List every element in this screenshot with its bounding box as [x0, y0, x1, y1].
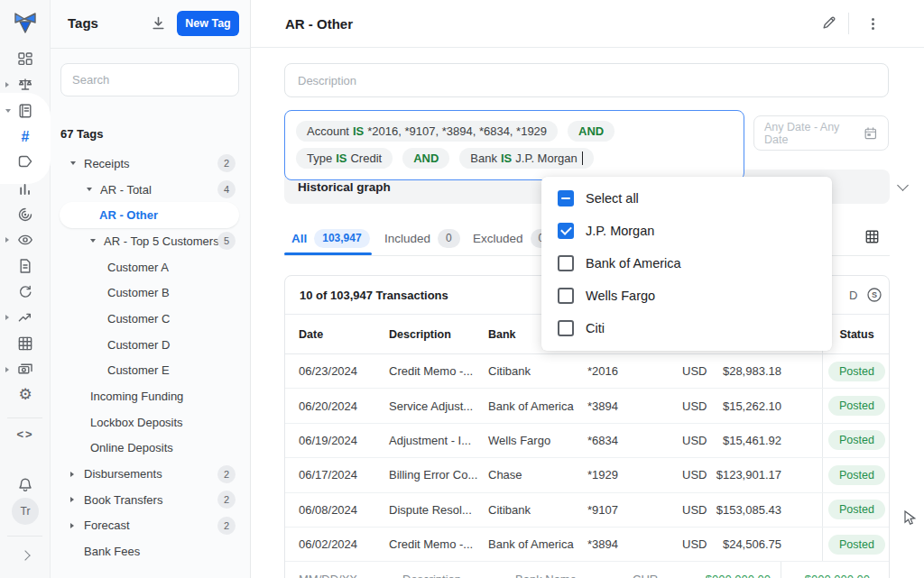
tag-label: Lockbox Deposits [90, 416, 183, 429]
filter-connector-and[interactable]: AND [402, 148, 449, 169]
tag-label: Bank Fees [84, 545, 140, 558]
tag-label: AR - Other [99, 208, 158, 222]
tag-tree-item-customer-e[interactable]: Customer E [51, 358, 250, 384]
sidebar-icon-visibility[interactable] [0, 232, 51, 248]
sidebar-icon-tag-manager[interactable] [0, 155, 51, 171]
tree-chevron-icon[interactable] [70, 472, 74, 477]
checkbox-icon[interactable] [558, 320, 574, 336]
status-badge: Posted [828, 535, 885, 555]
sidebar-icon-analytics[interactable] [0, 181, 51, 197]
bank-multiselect-dropdown: Select all J.P. Morgan Bank of America W… [541, 177, 832, 351]
tag-tree-item-incoming-funding[interactable]: Incoming Funding [51, 383, 250, 409]
tag-tree-item-ar-other[interactable]: AR - Other [51, 202, 250, 228]
sidebar-icon-ledger[interactable] [0, 103, 51, 119]
checkbox-checked-icon[interactable] [558, 223, 574, 239]
tag-tree-item-ar-total[interactable]: AR - Total 4 [51, 177, 250, 203]
tag-tree-item-customer-d[interactable]: Customer D [51, 332, 250, 358]
transaction-row[interactable]: 06/08/2024 Dispute Resol... Citibank *91… [285, 493, 889, 528]
tree-chevron-icon[interactable] [70, 161, 76, 165]
checkbox-icon[interactable] [558, 255, 574, 271]
transaction-row[interactable]: 06/23/2024 Credit Memo -... Citibank *20… [285, 354, 889, 389]
tree-chevron-icon[interactable] [90, 239, 96, 243]
checkbox-indeterminate-icon[interactable] [558, 190, 574, 206]
tree-chevron-icon[interactable] [70, 523, 74, 528]
tree-chevron-icon[interactable] [87, 188, 92, 191]
template-currency: CUR [633, 573, 658, 578]
rule-builder-input[interactable]: Account IS *2016, *9107, *3894, *6834, *… [284, 110, 744, 180]
tag-tree-item-ar-top5[interactable]: AR - Top 5 Customers 5 [51, 228, 250, 254]
filter-connector-and[interactable]: AND [568, 121, 614, 142]
sidebar-icon-payments[interactable] [0, 362, 51, 378]
sidebar-icon-data-table[interactable] [0, 335, 51, 352]
main-content: AR - Other Historical graph Account IS *… [251, 0, 924, 578]
dropdown-option-citi[interactable]: Citi [541, 312, 832, 344]
tag-count-badge: 4 [217, 180, 236, 198]
sidebar-icon-tags-active[interactable]: # [0, 129, 51, 145]
tab-included[interactable]: Included 0 [384, 224, 460, 252]
chevron-down-icon[interactable] [897, 179, 909, 191]
transaction-row[interactable]: 06/02/2024 Credit Memo -... Bank of Amer… [285, 528, 889, 562]
checkbox-icon[interactable] [558, 288, 574, 304]
column-header-status: Status [822, 315, 890, 353]
dropdown-option-bank-of-america[interactable]: Bank of America [541, 247, 832, 280]
option-label: Select all [586, 191, 639, 206]
tag-tree-item-forecast[interactable]: Forecast 2 [51, 513, 250, 539]
new-tag-button[interactable]: New Tag [177, 11, 239, 36]
filter-token-type[interactable]: Type IS Credit [296, 148, 393, 169]
edit-tag-button[interactable] [821, 14, 837, 34]
dropdown-option-select-all[interactable]: Select all [541, 182, 832, 215]
expand-rail-chevron-icon[interactable] [20, 550, 30, 560]
app-logo[interactable] [0, 11, 51, 34]
currency-toggle-button[interactable]: S [866, 287, 882, 307]
tag-tree-item-customer-b[interactable]: Customer B [51, 280, 250, 306]
tag-tree-item-disbursements[interactable]: Disbursements 2 [51, 461, 250, 487]
transaction-row[interactable]: 06/17/2024 Billing Error Co... Chase *19… [285, 458, 889, 492]
transaction-row[interactable]: 06/20/2024 Service Adjust... Bank of Ame… [285, 389, 889, 423]
sidebar-icon-developer[interactable]: <> [0, 427, 51, 443]
table-view-toggle[interactable] [864, 229, 880, 248]
filter-token-bank[interactable]: Bank IS J.P. Morgan [459, 148, 594, 169]
date-range-picker[interactable]: Any Date - Any Date [753, 115, 889, 151]
cell-status: Posted [822, 458, 890, 491]
sidebar-icon-reports[interactable] [0, 258, 51, 274]
sidebar-icon-forecast-trend[interactable] [0, 309, 51, 326]
cell-amount: $123,901.17 [709, 468, 822, 482]
tag-tree-item-book-transfers[interactable]: Book Transfers 2 [51, 487, 250, 513]
option-label: Citi [586, 321, 605, 335]
user-avatar[interactable]: Tr [12, 498, 39, 525]
search-input[interactable] [60, 63, 239, 96]
sidebar-icon-dashboard[interactable] [0, 51, 51, 68]
download-icon [150, 15, 167, 32]
page-title: AR - Other [285, 16, 353, 32]
sidebar-icon-balances[interactable] [0, 77, 51, 93]
tag-tree-item-customer-c[interactable]: Customer C [51, 306, 250, 332]
bar-chart-icon [17, 181, 33, 197]
tag-tree-item-online-deposits[interactable]: Online Deposits [51, 436, 250, 462]
option-label: Bank of America [586, 256, 681, 271]
sidebar-icon-settings[interactable]: ⚙ [0, 387, 51, 403]
dropdown-option-wells-fargo[interactable]: Wells Fargo [541, 280, 832, 312]
tree-chevron-icon[interactable] [70, 497, 74, 502]
tab-label: Excluded [473, 232, 523, 245]
status-badge: Posted [828, 362, 885, 381]
cell-amount: $24,506.75 [709, 537, 822, 551]
transaction-row[interactable]: 06/19/2024 Adjustment - I... Wells Fargo… [285, 424, 889, 458]
dollar-circle-icon: S [866, 287, 882, 303]
tab-excluded[interactable]: Excluded 0 [473, 224, 552, 252]
more-options-button[interactable] [868, 16, 878, 32]
tag-tree-item-lockbox-deposits[interactable]: Lockbox Deposits [51, 409, 250, 436]
tag-label: Customer A [107, 261, 169, 274]
tag-tree-item-receipts[interactable]: Receipts 2 [51, 151, 250, 177]
tag-label: Customer C [107, 312, 170, 326]
tab-all[interactable]: All 103,947 [291, 224, 370, 252]
tag-tree-item-bank-fees[interactable]: Bank Fees [51, 538, 250, 564]
tag-tree-item-customer-a[interactable]: Customer A [51, 254, 250, 280]
filter-token-account[interactable]: Account IS *2016, *9107, *3894, *6834, *… [296, 121, 558, 142]
description-input[interactable] [284, 63, 889, 97]
download-tags-button[interactable] [150, 15, 167, 36]
tag-label: AR - Top 5 Customers [104, 234, 219, 248]
sidebar-icon-notifications[interactable] [0, 477, 51, 493]
sidebar-icon-sync[interactable] [0, 284, 51, 300]
dropdown-option-jp-morgan[interactable]: J.P. Morgan [541, 215, 832, 247]
sidebar-icon-radar[interactable] [0, 206, 51, 223]
